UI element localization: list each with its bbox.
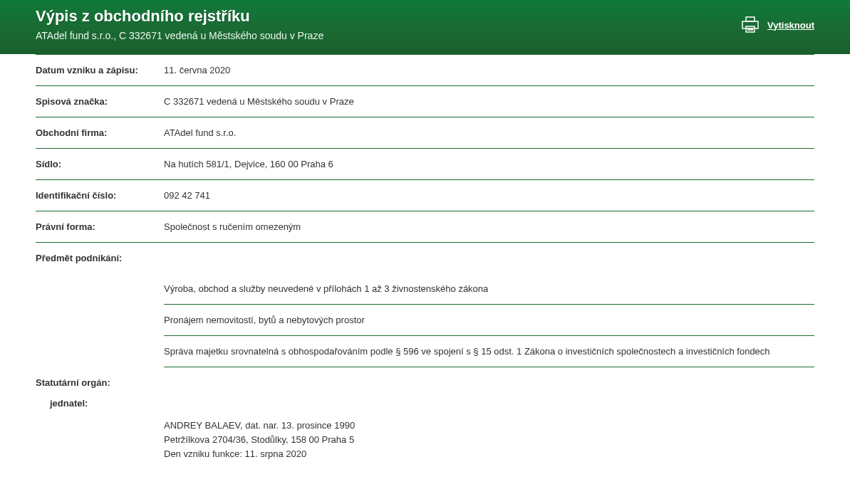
predmet-item: Pronájem nemovitostí, bytů a nebytových … (164, 304, 814, 336)
page-header: Výpis z obchodního rejstříku ATAdel fund… (0, 0, 850, 54)
label-spisova: Spisová značka: (36, 96, 164, 107)
value-spisova: C 332671 vedená u Městského soudu v Praz… (164, 96, 814, 107)
row-forma: Právní forma: Společnost s ručením omeze… (36, 211, 814, 243)
label-datum: Datum vzniku a zápisu: (36, 65, 164, 75)
page-subtitle: ATAdel fund s.r.o., C 332671 vedená u Mě… (36, 30, 814, 41)
value-ic: 092 42 741 (164, 190, 814, 201)
value-sidlo: Na hutích 581/1, Dejvice, 160 00 Praha 6 (164, 159, 814, 169)
label-predmet: Předmět podnikání: (36, 243, 814, 273)
label-forma: Právní forma: (36, 221, 164, 232)
person-function-line: Den vzniku funkce: 11. srpna 2020 (164, 447, 814, 461)
label-ic: Identifikační číslo: (36, 190, 164, 201)
predmet-item: Výroba, obchod a služby neuvedené v příl… (164, 273, 814, 305)
row-datum: Datum vzniku a zápisu: 11. června 2020 (36, 54, 814, 86)
label-firma: Obchodní firma: (36, 127, 164, 138)
svg-rect-1 (742, 21, 758, 28)
person-name-line: ANDREY BALAEV, dat. nar. 13. prosince 19… (164, 419, 814, 433)
value-datum: 11. června 2020 (164, 65, 814, 75)
svg-rect-2 (746, 26, 755, 32)
label-sidlo: Sídlo: (36, 159, 164, 169)
svg-rect-0 (746, 17, 755, 21)
label-statutarni: Statutární orgán: (36, 367, 814, 391)
predmet-list: Výroba, obchod a služby neuvedené v příl… (36, 273, 814, 367)
person-address-line: Petržílkova 2704/36, Stodůlky, 158 00 Pr… (164, 433, 814, 447)
page-title: Výpis z obchodního rejstříku (36, 7, 814, 26)
label-jednatel: jednatel: (36, 391, 814, 411)
person-block: ANDREY BALAEV, dat. nar. 13. prosince 19… (36, 411, 814, 468)
row-firma: Obchodní firma: ATAdel fund s.r.o. (36, 117, 814, 149)
content-area: Datum vzniku a zápisu: 11. června 2020 S… (0, 54, 850, 497)
predmet-item: Správa majetku srovnatelná s obhospodařo… (164, 335, 814, 367)
print-link[interactable]: Vytisknout (767, 20, 814, 31)
value-firma: ATAdel fund s.r.o. (164, 127, 814, 138)
row-sidlo: Sídlo: Na hutích 581/1, Dejvice, 160 00 … (36, 149, 814, 180)
print-icon (740, 16, 760, 34)
row-ic: Identifikační číslo: 092 42 741 (36, 180, 814, 211)
value-forma: Společnost s ručením omezeným (164, 221, 814, 232)
row-spisova: Spisová značka: C 332671 vedená u Městsk… (36, 86, 814, 117)
print-area: Vytisknout (740, 16, 814, 34)
